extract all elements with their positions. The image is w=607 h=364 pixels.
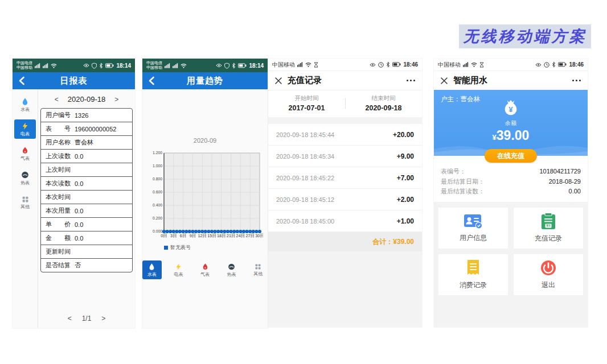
tab-electric-meter[interactable]: 电表 — [169, 260, 188, 279]
svg-text:1.000: 1.000 — [153, 164, 162, 168]
currency-symbol: ¥ — [493, 133, 497, 142]
recharge-record-row: 2020-09-18 18:45:44 +20.00 — [268, 124, 422, 146]
field-value: 0.0 — [75, 235, 83, 242]
record-amount: +7.00 — [397, 174, 414, 182]
heat-meter-icon — [228, 263, 235, 271]
signal-icon — [173, 63, 178, 68]
sidebar-item-heat-meter[interactable]: 热表 — [14, 168, 36, 188]
form-row: 上次读数0.0 — [41, 150, 132, 163]
field-label: 表 号 — [46, 125, 71, 133]
wifi-icon — [471, 62, 477, 67]
page-title: 无线移动端方案 — [459, 24, 591, 48]
field-value: 0.0 — [75, 208, 83, 214]
svg-text:0.200: 0.200 — [153, 216, 162, 220]
info-row: 最后结算日期： 2018-08-29 — [441, 177, 581, 187]
prev-page-button[interactable]: < — [68, 315, 72, 322]
end-date-picker[interactable]: 结束时间 2020-09-18 — [345, 94, 422, 112]
back-icon[interactable] — [18, 72, 25, 89]
status-time: 18:14 — [116, 63, 131, 69]
svg-text:1.200: 1.200 — [153, 151, 162, 155]
next-day-button[interactable]: > — [114, 96, 118, 104]
bluetooth-icon — [99, 63, 103, 69]
tab-water-meter[interactable]: 水表 — [142, 260, 162, 279]
status-bar: 中国电信 中国移动 18:14 — [13, 59, 135, 72]
svg-text:24日: 24日 — [236, 233, 245, 238]
form-row: 更新时间 — [41, 245, 132, 259]
user-info-card[interactable]: 用户信息 — [438, 208, 508, 249]
logout-card[interactable]: 退出 — [514, 254, 583, 295]
tab-other-meter[interactable]: 其他 — [248, 260, 268, 279]
tab-heat-meter[interactable]: 热表 — [222, 260, 241, 279]
next-page-button[interactable]: > — [101, 315, 105, 322]
page-indicator: 1/1 — [82, 315, 92, 322]
status-bar: 中国移动 18:46 — [268, 59, 422, 71]
balance-label: 余额 — [505, 119, 516, 127]
info-label: 表编号： — [441, 167, 466, 177]
gas-meter-icon — [202, 263, 209, 271]
sidebar-item-electric-meter[interactable]: 电表 — [14, 119, 36, 139]
carrier-labels: 中国电信 中国移动 — [17, 61, 32, 70]
more-menu-icon[interactable] — [572, 80, 581, 81]
field-value: 0.0 — [75, 153, 83, 160]
meter-type-tabs: 水表 电表 气表 热表 其他 — [142, 260, 268, 279]
sidebar-item-gas-meter[interactable]: 气表 — [14, 144, 36, 163]
form-row: 用户名称曹会林 — [41, 136, 132, 150]
svg-text:¥: ¥ — [508, 106, 512, 114]
online-recharge-button[interactable]: 在线充值 — [485, 149, 537, 163]
field-label: 单 价 — [46, 220, 71, 229]
selected-date[interactable]: 2020-09-18 — [68, 95, 106, 104]
battery-icon — [105, 63, 114, 68]
electric-meter-icon — [175, 263, 182, 271]
record-time: 2020-09-18 18:45:22 — [276, 175, 334, 181]
more-menu-icon[interactable] — [407, 80, 415, 81]
sidebar-item-other-meter[interactable]: 其他 — [14, 193, 36, 212]
clock-icon — [544, 62, 549, 68]
svg-text:15日: 15日 — [207, 233, 216, 238]
form-row: 用户编号1326 — [41, 109, 132, 122]
svg-text:27日: 27日 — [245, 233, 255, 238]
meter-type-sidebar: 水表 电表 气表 热表 其他 — [13, 89, 38, 328]
water-meter-icon — [148, 263, 155, 271]
recharge-records-card[interactable]: ¥= 充值记录 — [514, 208, 583, 249]
form-row: 单 价0.0 — [41, 218, 132, 231]
field-value: 1326 — [75, 112, 88, 119]
close-icon[interactable] — [275, 77, 282, 84]
wifi-icon — [305, 62, 311, 67]
legend-marker — [164, 246, 168, 250]
close-icon[interactable] — [441, 77, 448, 84]
svg-text:9日: 9日 — [190, 233, 196, 238]
water-meter-icon — [21, 97, 29, 106]
carrier-2: 中国移动 — [146, 65, 162, 70]
status-time: 18:46 — [569, 61, 584, 68]
svg-text:30日: 30日 — [255, 233, 263, 238]
phone-screen-recharge-records: 中国移动 18:46 充值记录 开始时间 2017-07-01 结束时间 202… — [268, 59, 422, 327]
field-label: 上次时间 — [46, 166, 71, 174]
function-grid: 用户信息 ¥= 充值记录 — [434, 202, 588, 301]
screen-title: 日报表 — [13, 76, 135, 86]
record-amount: +9.00 — [397, 152, 414, 160]
form-row: 是否结算否 — [41, 259, 132, 272]
usage-trend-chart: 0.0000.2000.4000.6000.8001.0001.2000日3日6… — [147, 148, 263, 244]
total-label: 合计： — [372, 237, 393, 247]
battery-icon — [238, 63, 247, 68]
record-time: 2020-09-18 18:45:00 — [276, 218, 334, 225]
recharge-record-row: 2020-09-18 18:45:00 +1.00 — [268, 210, 422, 232]
consumption-records-card[interactable]: 消费记录 — [438, 254, 508, 295]
field-label: 是否结算 — [46, 261, 71, 270]
signal-icon — [463, 62, 469, 67]
back-icon[interactable] — [148, 72, 155, 89]
recharge-records-icon: ¥= — [540, 213, 556, 230]
svg-text:0日: 0日 — [161, 233, 167, 238]
chart-month-title: 2020-09 — [142, 137, 268, 144]
field-label: 本次读数 — [46, 179, 71, 188]
prev-day-button[interactable]: < — [55, 96, 59, 104]
legend-label: 暂无表号 — [170, 244, 191, 251]
status-bar: 中国移动 18:46 — [434, 59, 588, 71]
sidebar-item-label: 其他 — [20, 204, 30, 210]
start-date-picker[interactable]: 开始时间 2017-07-01 — [268, 94, 345, 112]
sidebar-item-water-meter[interactable]: 水表 — [14, 95, 36, 114]
status-time: 18:46 — [403, 61, 418, 68]
hourglass-icon — [314, 62, 318, 68]
sidebar-item-label: 电表 — [20, 131, 30, 137]
tab-gas-meter[interactable]: 气表 — [195, 260, 215, 279]
